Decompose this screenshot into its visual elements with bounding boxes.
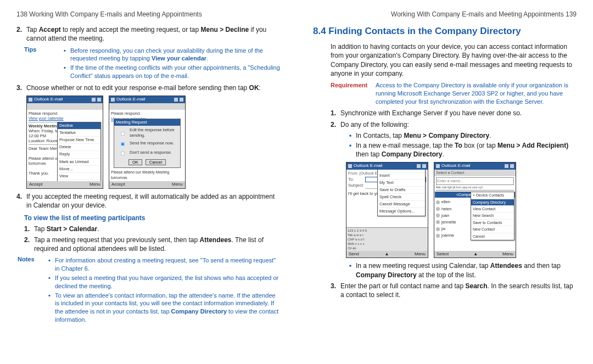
menu-item[interactable]: My Text [378,180,425,187]
speaker-icon [97,98,101,102]
menu-item[interactable]: View Contact [471,206,514,212]
section-title: 8.4 Finding Contacts in the Company Dire… [313,25,577,38]
note-item: To view an attendee's contact informatio… [47,292,280,324]
tip-item: If the time of the meeting conflicts wit… [63,64,280,80]
right-bullets: In Contacts, tap Menu > Company Director… [348,131,577,159]
speaker-icon [510,164,514,168]
intro-paragraph: In addition to having contacts on your d… [331,42,577,78]
softkey-menu[interactable]: Menu [415,251,426,257]
page-header-left: 138 Working With Company E-mails and Mee… [16,10,280,19]
ok-button[interactable]: OK [128,159,142,165]
radio-send-now[interactable]: Send the response now. [116,139,178,148]
app-icon [29,98,32,102]
radio-edit[interactable]: Edit the response before sending. [116,127,178,138]
menu-item[interactable]: Cancel Message [378,201,425,208]
left-steps-c: 4.If you accepted the meeting request, i… [16,192,280,210]
menu-item[interactable]: New Contact [471,226,514,233]
app-icon [436,164,440,168]
menu-item[interactable]: Spell Check [378,194,425,201]
signal-icon [174,98,178,102]
menu-item[interactable]: + Device Contacts [471,192,514,199]
sub-heading-participants: To view the list of meeting participants [24,214,280,222]
softkey-select[interactable]: Select [437,251,449,257]
page-header-right: Working With Company E-mails and Meeting… [313,10,577,19]
screenshot-compose: Outlook E-mail From: (Outlook E-mail) To… [346,162,428,258]
email-toolbar [109,103,185,110]
right-steps-b: 3.Enter the part or full contact name an… [331,282,577,299]
bullet-item: In a new meeting request using Calendar,… [348,261,577,279]
page-139: Working With Company E-mails and Meeting… [296,0,593,364]
menu-item-download[interactable]: Download Message [58,180,100,181]
softkey-accept[interactable]: Accept [111,182,125,188]
on-screen-keyboard[interactable]: 123 1 2 3 4 5Tab q w e rCAP a s d fShift… [346,227,428,251]
left-steps-a: 2.Tap Accept to reply and accept the mee… [16,25,280,43]
app-icon [348,164,352,168]
bullet-item: In Contacts, tap Menu > Company Director… [348,131,577,140]
softkey-send[interactable]: Send [349,251,359,257]
left-steps-b: 3.Choose whether or not to edit your res… [16,83,280,92]
menu-item-propose[interactable]: Propose New Time [58,137,100,144]
email-toolbar [27,103,103,110]
name-input[interactable]: Enter a name... [436,177,514,184]
bullet-item: In a new e-mail message, tap the To box … [348,141,577,159]
signal-icon [417,164,421,168]
menu-item-view[interactable]: View [58,173,100,180]
meeting-request-dialog: Meeting Request Edit the response before… [114,119,181,168]
note-item: For information about creating a meeting… [47,256,280,273]
menu-item[interactable]: Save to Contacts [471,220,514,226]
index-tabs[interactable]: #ab cde fgh ijk lmn opq rst uvw xyz [436,185,514,191]
screenshot-popup: Outlook E-mail Please respond. View your… [109,96,186,189]
menu-item-unread[interactable]: Mark as Unread [58,159,100,166]
menu-item[interactable]: Insert [378,172,425,180]
right-bullets-2: In a new meeting request using Calendar,… [348,261,577,279]
menu-item-move[interactable]: Move... [58,166,100,173]
screenshot-row-right: Outlook E-mail From: (Outlook E-mail) To… [346,162,577,258]
compose-menu: Add Recipient... Check Names Insert My T… [377,170,426,216]
notes-block: Notes For information about creating a m… [18,255,280,325]
menu-item-delete[interactable]: Delete [58,144,100,151]
signal-icon [505,164,508,168]
menu-item-tentative[interactable]: Tentative [58,130,100,137]
signal-icon [92,98,96,102]
speaker-icon [422,164,426,168]
requirement-block: Requirement Access to the Company Direct… [331,81,577,106]
radio-dont-send[interactable]: Don't send a response. [116,148,178,157]
menu-item[interactable]: New Search [471,212,514,219]
screenshot-row-left: Outlook E-mail Please respond. View your… [26,96,280,189]
softkey-menu[interactable]: Menu [502,251,513,257]
menu-item[interactable]: Save to Drafts [378,187,425,194]
left-steps-d: 1.Tap Start > Calendar. 2.Tap a meeting … [24,225,280,254]
screenshot-directory: Outlook E-mail Select a Contact Enter a … [434,162,516,258]
softkey-menu[interactable]: Menu [172,182,183,188]
menu-item[interactable]: Cancel [471,233,514,240]
menu-item[interactable]: Message Options... [378,208,425,215]
page-138: 138 Working With Company E-mails and Mee… [0,0,296,364]
menu-item-company-directory[interactable]: Company Directory [471,199,514,206]
context-menu: Decline Tentative Propose New Time Delet… [57,122,101,181]
app-icon [111,98,115,102]
tip-item: Before responding, you can check your av… [63,47,280,63]
menu-item-decline[interactable]: Decline [58,122,100,130]
directory-menu: + Device Contacts Company Directory View… [471,192,514,240]
screenshot-menu: Outlook E-mail Please respond. View your… [26,96,103,189]
speaker-icon [180,98,183,102]
note-item: If you select a meeting that you have or… [47,274,280,290]
cancel-button[interactable]: Cancel [146,159,166,165]
softkey-accept[interactable]: Accept [29,182,42,188]
right-steps-a: 1.Synchronize with Exchange Server if yo… [331,109,577,128]
tips-block: Tips Before responding, you can check yo… [24,46,280,81]
menu-item-reply[interactable]: Reply [58,151,100,158]
softkey-menu[interactable]: Menu [89,182,100,188]
